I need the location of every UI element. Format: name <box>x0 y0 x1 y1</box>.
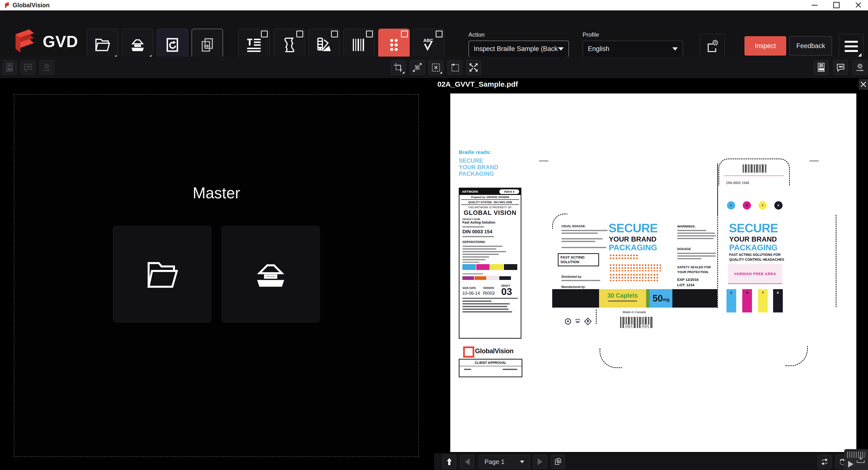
close-button[interactable] <box>849 0 868 10</box>
client-approval-label: CLIENT APPROVAL <box>460 359 522 366</box>
title-bar: GlobalVision <box>0 0 868 10</box>
band-cyan-segment: 50 mg <box>650 289 672 308</box>
pdf-report-icon: PDF <box>4 62 15 73</box>
lot-text: LOT: 1234 <box>677 283 694 287</box>
add-region-button[interactable] <box>447 60 462 75</box>
page-thumbnails-button[interactable] <box>551 455 565 469</box>
artwork-property-of: THIS ARTWORK IS PROPERTY OF: <box>460 206 521 209</box>
sample-brightness-button[interactable] <box>852 60 868 75</box>
cmyk-bar-c: C <box>726 289 736 312</box>
gvd-logo-icon <box>12 27 39 57</box>
scan-button[interactable] <box>122 29 153 61</box>
braille-reads-label: Braille reads: <box>459 149 491 155</box>
feedback-button[interactable]: Feedback <box>789 36 832 56</box>
fit-region-button[interactable] <box>410 60 425 75</box>
barcode-module-checkbox[interactable] <box>366 31 373 37</box>
upc-digits-left: 14624 <box>624 324 633 327</box>
text-module-checkbox[interactable] <box>261 31 268 37</box>
master-brightness-button[interactable] <box>39 60 54 75</box>
version-label: VERSION <box>483 287 501 289</box>
caplets-label: 30 Caplets <box>599 292 646 299</box>
master-pdf-report-button[interactable]: PDF <box>2 60 17 75</box>
play-icon[interactable] <box>848 461 854 468</box>
graphics-module-checkbox[interactable] <box>297 31 303 37</box>
sample-document[interactable]: Braille reads: SECURE YOUR BRAND PACKAGI… <box>450 93 856 452</box>
flap-din: DIN 0003 1546 <box>726 181 749 185</box>
inspect-button[interactable]: Inspect <box>744 36 786 56</box>
action-value: Inspect Braille Sample (Backsi <box>474 45 558 53</box>
chevron-down-icon <box>558 48 564 51</box>
main-toolbar: GVD <box>0 10 868 57</box>
swap-compare-button[interactable] <box>817 455 832 469</box>
comment-icon <box>23 62 33 73</box>
master-open-file-card[interactable] <box>113 226 211 323</box>
crop-button[interactable] <box>391 60 406 75</box>
pdfx-badge: PDF/X 4 <box>499 189 519 194</box>
cmyk-bar-k: K <box>773 289 783 312</box>
client-approval-box: CLIENT APPROVAL <box>459 359 522 377</box>
safety-sealed-text: SAFETY SEALED FORYOUR PROTECTION. <box>677 265 711 274</box>
sync-button[interactable] <box>157 29 188 61</box>
master-scan-card[interactable] <box>221 226 320 323</box>
dieline-curve <box>552 214 567 229</box>
draft-value: 03 <box>501 287 512 296</box>
scan-icon <box>252 258 289 290</box>
prev-page-button[interactable] <box>460 455 474 469</box>
registration-mark <box>809 161 819 161</box>
graphics-module-button[interactable] <box>274 29 305 61</box>
profile-dropdown[interactable]: English <box>583 40 683 57</box>
cmyk-circle-k: K <box>774 201 782 210</box>
headline-your-brand: YOUR BRAND <box>609 236 657 243</box>
open-file-button[interactable] <box>87 29 119 61</box>
braille-module-button[interactable] <box>378 29 410 61</box>
pale-pink-swatch <box>487 276 499 280</box>
window-title: GlobalVision <box>12 2 50 9</box>
braille-module-checkbox[interactable] <box>401 31 408 37</box>
dose-number: 50 <box>652 293 663 304</box>
dropdown-corner <box>402 71 404 73</box>
action-dropdown[interactable]: Inspect Braille Sample (Backsi <box>468 40 569 57</box>
sample-comment-button[interactable] <box>833 60 848 75</box>
gvd-logo: GVD <box>12 27 78 57</box>
barcode-module-icon <box>350 36 368 54</box>
braille-dots-row <box>610 274 659 281</box>
up-arrow-icon <box>444 457 454 467</box>
yellow-swatch <box>490 264 503 270</box>
globalvision-square-logo <box>463 346 474 357</box>
load-sample-popup[interactable] <box>844 449 868 470</box>
open-file-icon <box>144 258 180 290</box>
maximize-button[interactable] <box>827 0 846 10</box>
action-label: Action <box>468 31 485 38</box>
sample-pdf-report-button[interactable]: PDF <box>814 60 829 75</box>
spelling-module-button[interactable]: ABC <box>413 29 444 61</box>
varnish-free-area: VARNISH FREE AREA <box>728 264 782 284</box>
color-module-button[interactable] <box>308 29 340 61</box>
page-up-button[interactable] <box>442 455 456 469</box>
globalvision-logo-icon <box>4 1 11 9</box>
master-comment-button[interactable] <box>21 60 35 75</box>
color-module-checkbox[interactable] <box>331 31 338 37</box>
recycle-icon <box>564 318 571 325</box>
feedback-label: Feedback <box>796 42 825 50</box>
orange-swatch <box>474 276 486 280</box>
menu-button[interactable] <box>839 34 864 59</box>
sample-close-button[interactable] <box>859 79 868 90</box>
multi-page-button[interactable] <box>191 29 223 61</box>
export-settings-button[interactable] <box>700 34 725 59</box>
add-region-icon <box>450 62 460 73</box>
subheadline: FAST ACTING SOLUTIONS FORQUALITY CONTROL… <box>729 252 784 262</box>
master-drop-zone[interactable]: Master <box>14 94 419 457</box>
expand-button[interactable] <box>466 60 481 75</box>
cmyk-circle-y: Y <box>758 201 767 210</box>
next-page-button[interactable] <box>533 455 547 469</box>
next-page-icon <box>538 458 542 465</box>
spelling-module-checkbox[interactable] <box>436 31 442 37</box>
separations-label: SEPARATIONS: <box>462 240 518 244</box>
braille-module-icon <box>385 36 403 54</box>
minimize-button[interactable] <box>805 0 824 10</box>
clear-region-button[interactable] <box>428 60 443 75</box>
text-module-button[interactable] <box>238 29 270 61</box>
page-dropdown[interactable]: Page 1 <box>479 455 530 469</box>
product-name: Fast Acting Solution <box>462 220 518 224</box>
barcode-module-button[interactable] <box>343 29 375 61</box>
